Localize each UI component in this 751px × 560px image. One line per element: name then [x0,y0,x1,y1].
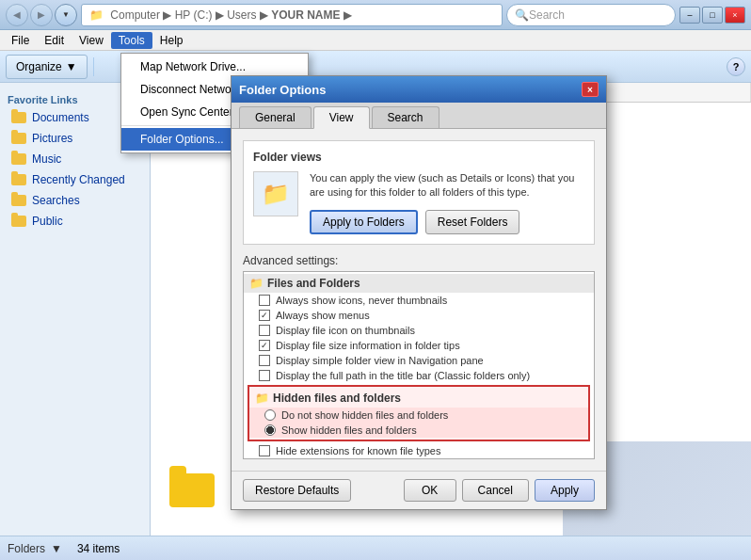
status-bar: Folders ▼ 34 items [0,536,751,560]
menu-bar: File Edit View Tools Help [0,30,751,51]
tab-search[interactable]: Search [372,106,439,128]
searches-icon [11,193,26,208]
checkbox-file-icon[interactable] [259,325,270,336]
adv-item-file-icon-thumbnails[interactable]: Display file icon on thumbnails [244,323,594,338]
forward-button[interactable]: ▶ [30,4,53,26]
item-count: 34 items [77,542,120,555]
pictures-icon [11,131,26,146]
apply-button[interactable]: Apply [535,479,595,502]
adv-item-file-size-info[interactable]: Display file size information in folder … [244,338,594,353]
menu-edit[interactable]: Edit [37,32,72,49]
search-bar[interactable]: 🔍 Search [506,4,676,26]
folder-views-icon: 📁 [253,171,298,216]
sidebar-item-label: Pictures [32,132,72,145]
reset-folders-button[interactable]: Reset Folders [425,210,520,234]
dialog-action-buttons: OK Cancel Apply [404,479,595,502]
breadcrumb-text: Computer ▶ HP (C:) ▶ Users ▶ YOUR NAME ▶ [110,8,352,22]
hidden-files-section: 📁 Hidden files and folders Do not show h… [248,385,590,441]
back-button[interactable]: ◀ [6,4,28,26]
adv-item-label: Display simple folder view in Navigation… [276,355,484,366]
adv-item-full-path[interactable]: Display the full path in the title bar (… [244,368,594,383]
sidebar-item-label: Music [32,152,61,166]
organize-label: Organize [16,60,62,73]
folder-views-title: Folder views [253,151,584,164]
sidebar-item-searches[interactable]: Searches [0,190,150,211]
adv-item-simple-folder-view[interactable]: Display simple folder view in Navigation… [244,353,594,368]
sidebar-item-recently-changed[interactable]: Recently Changed [0,169,150,190]
music-icon [11,152,26,167]
dialog-tabs: General View Search [232,103,606,129]
tab-view[interactable]: View [313,106,370,129]
adv-item-hide-extensions[interactable]: Hide extensions for known file types [244,443,594,458]
toolbar-separator [93,57,94,76]
public-icon [11,214,26,229]
adv-item-do-not-show[interactable]: Do not show hidden files and folders [249,408,588,423]
advanced-settings-list[interactable]: 📁 Files and Folders Always show icons, n… [243,271,595,459]
folders-label: Folders [8,542,45,555]
documents-icon [11,110,26,125]
menu-view[interactable]: View [72,32,111,49]
category-label: Hidden files and folders [273,392,401,405]
checkbox-simple-folder[interactable] [259,355,270,366]
folders-section: Folders ▼ [8,542,62,555]
radio-do-not-show[interactable] [264,409,276,421]
adv-item-always-menus[interactable]: Always show menus [244,308,594,323]
folder-views-section: Folder views 📁 You can apply the view (s… [243,140,595,245]
folder-icon-symbol: 📁 [262,181,290,207]
adv-item-label: Do not show hidden files and folders [281,409,448,421]
radio-show-hidden[interactable] [264,424,276,436]
nav-buttons: ◀ ▶ ▼ [6,4,77,26]
breadcrumb[interactable]: 📁 Computer ▶ HP (C:) ▶ Users ▶ YOUR NAME… [81,4,503,26]
cancel-button[interactable]: Cancel [462,479,529,502]
dialog-close-button[interactable]: × [582,82,599,97]
folder-views-body: 📁 You can apply the view (such as Detail… [253,171,584,234]
window-controls: – □ × [679,7,745,24]
close-button[interactable]: × [725,7,745,24]
help-button[interactable]: ? [727,57,745,76]
ok-button[interactable]: OK [404,479,456,502]
main-window: ◀ ▶ ▼ 📁 Computer ▶ HP (C:) ▶ Users ▶ YOU… [0,0,751,560]
folder-options-dialog: Folder Options × General View Search Fol… [231,75,607,510]
category-files-folders: 📁 Files and Folders [244,274,594,293]
menu-help[interactable]: Help [152,32,191,49]
adv-item-hide-protected[interactable]: Hide protected operating system files (R… [244,458,594,459]
adv-item-label: Hide extensions for known file types [276,445,440,456]
adv-item-label: Display file icon on thumbnails [276,325,415,336]
checkbox-always-menus[interactable] [259,310,270,321]
checkbox-full-path[interactable] [259,370,270,381]
minimize-button[interactable]: – [679,7,700,24]
category-hidden-files: 📁 Hidden files and folders [249,389,588,408]
apply-to-folders-button[interactable]: Apply to Folders [310,210,418,234]
breadcrumb-icon: 📁 [89,8,104,22]
views-buttons: Apply to Folders Reset Folders [310,210,584,234]
restore-defaults-button[interactable]: Restore Defaults [243,479,351,502]
adv-item-show-hidden[interactable]: Show hidden files and folders [249,423,588,438]
sidebar-item-label: Recently Changed [32,173,125,186]
adv-item-label: Always show menus [276,310,370,321]
checkbox-file-size[interactable] [259,340,270,351]
dialog-title: Folder Options [239,83,326,97]
organize-dropdown-icon: ▼ [66,60,77,73]
menu-file[interactable]: File [4,32,37,49]
adv-item-label: Show hidden files and folders [281,424,417,436]
organize-button[interactable]: Organize ▼ [6,55,88,79]
maximize-button[interactable]: □ [702,7,723,24]
folder-views-text-area: You can apply the view (such as Details … [310,171,584,234]
folder-large [169,473,215,507]
checkbox-hide-extensions[interactable] [259,445,270,456]
sidebar-item-public[interactable]: Public [0,211,150,232]
dialog-bottom: Restore Defaults OK Cancel Apply [232,471,606,509]
dialog-titlebar: Folder Options × [232,76,606,103]
folder-category-icon: 📁 [249,277,264,290]
adv-item-label: Display the full path in the title bar (… [276,370,530,381]
tab-general[interactable]: General [239,106,312,128]
folder-large-icon [169,473,215,507]
sidebar-item-label: Documents [32,111,89,124]
dialog-content: Folder views 📁 You can apply the view (s… [232,129,606,471]
checkbox-always-icons[interactable] [259,295,270,306]
title-bar: ◀ ▶ ▼ 📁 Computer ▶ HP (C:) ▶ Users ▶ YOU… [0,0,751,30]
dropdown-button[interactable]: ▼ [55,4,77,26]
adv-item-always-icons[interactable]: Always show icons, never thumbnails [244,293,594,308]
search-placeholder: Search [529,8,565,22]
menu-tools[interactable]: Tools [111,32,152,49]
